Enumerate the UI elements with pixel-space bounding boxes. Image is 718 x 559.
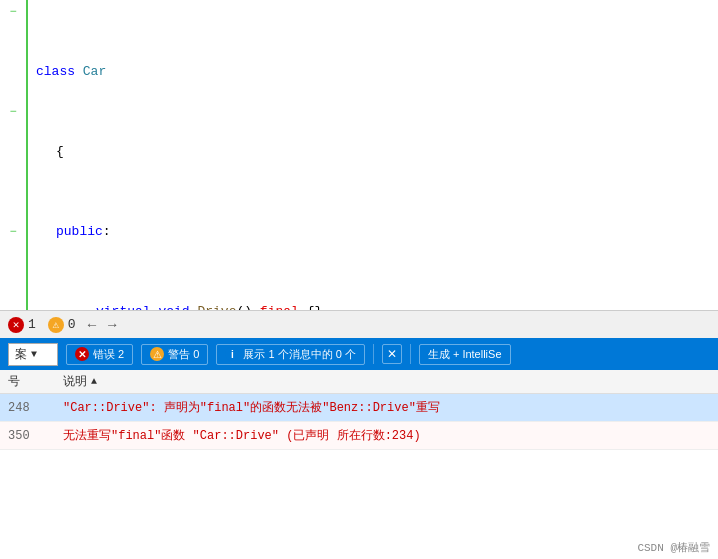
nav-right[interactable]: → [108,317,116,333]
build-label: 生成 + IntelliSe [428,347,502,362]
code-line-4: virtual void Drive() final {} [36,302,718,310]
filter-dropdown[interactable]: 案 ▼ [8,343,58,366]
clear-button[interactable]: ✕ [382,344,402,364]
error-row-1[interactable]: 248 "Car::Drive": 声明为"final"的函数无法被"Benz:… [0,394,718,422]
warnings-filter-button[interactable]: ⚠ 警告 0 [141,344,208,365]
col-desc-header[interactable]: 说明 ▲ [55,373,718,390]
col-num-label: 号 [8,375,20,389]
info-filter-button[interactable]: i 展示 1 个消息中的 0 个 [216,344,364,365]
build-intellisense-button[interactable]: 生成 + IntelliSe [419,344,511,365]
sort-icon: ▲ [91,376,97,387]
code-line-3: public: [36,222,718,242]
col-desc-label: 说明 [63,373,87,390]
collapse-marker-6[interactable]: − [9,102,16,122]
collapse-marker-12[interactable]: − [9,222,16,242]
warning-count: ⚠ 0 [48,317,76,333]
code-line-1: class Car [36,62,718,82]
error-count: ✕ 1 [8,317,36,333]
nav-left[interactable]: ← [88,317,96,333]
code-lines: class Car { public: virtual void Drive()… [28,0,718,310]
attribution: CSDN @椿融雪 [637,540,710,555]
row-1-desc: "Car::Drive": 声明为"final"的函数无法被"Benz::Dri… [55,399,718,416]
panel-separator [373,344,374,364]
row-2-desc: 无法重写"final"函数 "Car::Drive" (已声明 所在行数:234… [55,427,718,444]
collapse-marker-1[interactable]: − [9,2,16,22]
editor-container: − − − class Car [0,0,718,559]
filter-label: 案 [15,346,27,363]
panel-header: 案 ▼ ✕ 错误 2 ⚠ 警告 0 i 展示 1 个消息中的 0 个 ✕ 生成 … [0,338,718,370]
gutter: − − − [0,0,28,310]
error-row-2[interactable]: 350 无法重写"final"函数 "Car::Drive" (已声明 所在行数… [0,422,718,450]
panel-separator-2 [410,344,411,364]
warning-icon: ⚠ [48,317,64,333]
status-bar: ✕ 1 ⚠ 0 ← → [0,310,718,338]
warn-filter-icon: ⚠ [150,347,164,361]
error-list: 号 说明 ▲ 248 "Car::Drive": 声明为"final"的函数无法… [0,370,718,450]
error-icon: ✕ [8,317,24,333]
code-editor: − − − class Car [0,0,718,310]
info-label: 展示 1 个消息中的 0 个 [243,347,355,362]
info-filter-icon: i [225,347,239,361]
row-1-num: 248 [0,401,55,415]
code-line-2: { [36,142,718,162]
error-number: 1 [28,317,36,332]
row-2-num: 350 [0,429,55,443]
errors-label: 错误 2 [93,347,124,362]
dropdown-arrow-icon: ▼ [31,349,37,360]
error-list-header: 号 说明 ▲ [0,370,718,394]
clear-icon: ✕ [387,347,397,361]
warnings-label: 警告 0 [168,347,199,362]
errors-filter-button[interactable]: ✕ 错误 2 [66,344,133,365]
error-filter-icon: ✕ [75,347,89,361]
col-num-header: 号 [0,373,55,390]
warning-number: 0 [68,317,76,332]
